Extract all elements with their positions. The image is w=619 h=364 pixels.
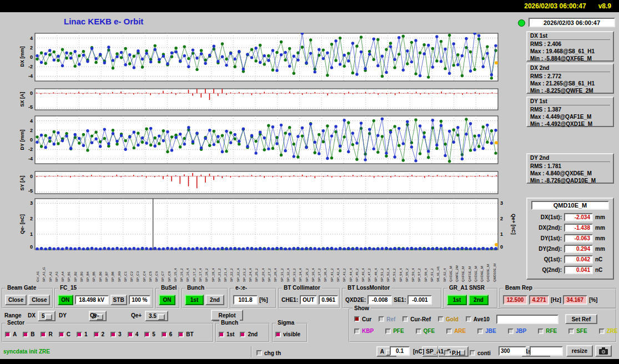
svg-text:2: 2 [500, 216, 503, 221]
qxd2e-value-display: -0.008 [368, 295, 392, 305]
checkbox-jbe[interactable]: JBE [477, 328, 496, 334]
monitor-row-label: DX(1st): [531, 214, 562, 220]
checkbox-conti[interactable]: conti [470, 350, 491, 356]
checkbox-cur[interactable]: Cur [354, 316, 371, 322]
checkbox-2[interactable]: 2 [94, 331, 105, 337]
checkbox-ave10[interactable]: Ave10 [466, 316, 490, 322]
fc15-on-button[interactable]: ON [58, 295, 73, 305]
x-axis-label: SP_57_2 [416, 250, 422, 282]
checkbox-label: 2 [102, 331, 105, 337]
svg-text:4: 4 [30, 36, 33, 41]
monitor-row-value: -1.438 [564, 224, 593, 232]
screenshot-button[interactable] [595, 345, 612, 357]
checkbox-4[interactable]: 4 [128, 331, 139, 337]
busel-on-button[interactable]: ON [159, 295, 175, 305]
checkbox-6[interactable]: 6 [162, 331, 173, 337]
checkbox-ref[interactable]: Ref [379, 316, 395, 322]
monitor-rows: DX(1st):-2.034mmDX(2nd):-1.438mmDY(1st):… [527, 213, 613, 274]
checkbox-indicator [354, 316, 360, 322]
x-axis-label: SP_21_2 [217, 250, 223, 282]
svg-text:4: 4 [30, 118, 33, 124]
status-message: syncdata init ZRE [3, 348, 50, 355]
range-label: Range [4, 312, 22, 318]
x-axis-label: SP_A3 [54, 250, 60, 282]
x-axis-label: SP_16_2 [179, 250, 185, 282]
show-options-row1: CurRefCur-RefGoldAve10 [354, 316, 490, 322]
checkbox-zre[interactable]: ZRE [599, 328, 618, 334]
x-axis-label: SP_A1_G [41, 250, 47, 282]
x-axis-label: SP_25_2 [254, 250, 260, 282]
checkbox-2nd[interactable]: 2nd [240, 331, 258, 337]
gr-snsr-2nd-button[interactable]: 2nd [469, 295, 489, 305]
set-ref-button[interactable]: Set Ref [565, 314, 597, 324]
monitor-row-label: DY(1st): [531, 235, 562, 241]
monitor-row: DY(2nd):0.294mm [531, 245, 610, 253]
charge-plot: 00112233 [18, 198, 517, 252]
checkbox-1[interactable]: 1 [77, 331, 88, 337]
checkbox-c[interactable]: C [59, 331, 71, 337]
x-axis-label: SP_52_4 [385, 250, 391, 282]
beam-gate-close-button-2[interactable]: Close [28, 295, 50, 305]
checkbox-r[interactable]: R [41, 331, 52, 337]
checkbox-visible[interactable]: visible [275, 331, 300, 337]
application-window: 2026/02/03 06:00:47 v8.9 Linac KEKB e- O… [0, 0, 619, 364]
bunch-1st-button[interactable]: 1st [185, 295, 204, 305]
count-input[interactable] [499, 346, 526, 356]
checkbox-b[interactable]: B [23, 331, 34, 337]
x-axis-label: QXD1E_M [473, 250, 479, 282]
checkbox-cur-ref[interactable]: Cur-Ref [402, 316, 431, 322]
monitor-row-unit: mm [595, 235, 605, 241]
checkbox-are[interactable]: ARE [446, 328, 466, 334]
checkbox-kbp[interactable]: KBP [354, 328, 374, 334]
monitor-row-value: 0.041 [564, 266, 593, 274]
x-axis-label: SP_17_4 [198, 250, 204, 282]
checkbox-jbp[interactable]: JBP [508, 328, 526, 334]
replot-button[interactable]: Replot [211, 310, 243, 321]
checkbox-chg-th[interactable]: chg th [256, 350, 281, 356]
checkbox-5[interactable]: 5 [144, 331, 155, 337]
beam-gate-close-button-1[interactable]: Close [5, 295, 27, 305]
checkbox-rfe[interactable]: RFE [538, 328, 557, 334]
svg-text:1: 1 [30, 231, 33, 237]
fc15-stb-button[interactable]: STB [110, 295, 127, 305]
checkbox-bt[interactable]: BT [178, 331, 193, 337]
bunch-2nd-button[interactable]: 2nd [205, 295, 224, 305]
stat-line: Max : 21.265@S8_61_H1 [530, 80, 610, 87]
checkbox-a[interactable]: A [5, 331, 17, 337]
checkbox-indicator [402, 316, 408, 322]
checkbox-label: Ave10 [474, 316, 490, 322]
extra-input[interactable] [530, 346, 563, 356]
checkbox-p-h[interactable]: P.H [444, 350, 460, 356]
checkbox-label: JBP [516, 328, 526, 334]
ph-checkbox-slot: P.H [444, 348, 460, 358]
checkbox-gold[interactable]: Gold [438, 316, 459, 322]
beam-gate-group-title: Beam Gate [6, 285, 38, 291]
reference-name-input[interactable] [496, 315, 558, 324]
camera-icon [599, 347, 608, 355]
x-axis-label: SP_62_4 [442, 250, 448, 282]
checkbox-sfe[interactable]: SFE [568, 328, 587, 334]
stat-line: RMS : 1.387 [530, 106, 610, 113]
range-dy-label: DY [59, 312, 67, 318]
gr-snsr-1st-button[interactable]: 1st [447, 295, 467, 305]
checkbox-qfe[interactable]: QFE [416, 328, 435, 334]
checkbox-1st[interactable]: 1st [219, 331, 234, 337]
stat-title: DY 1st [530, 98, 610, 105]
x-axis-label: SP_53_2 [391, 250, 397, 282]
bunch-select-group: Bunch 1st2nd [215, 323, 270, 342]
checkbox-3[interactable]: 3 [110, 331, 122, 337]
range-qe-minus-dropdown[interactable]: 3.5 [145, 311, 168, 321]
range-dx-dropdown[interactable]: 5 [38, 311, 56, 321]
checkbox-label: RFE [546, 328, 557, 334]
monitor-row-label: DY(2nd): [531, 246, 562, 252]
threshold-input[interactable] [390, 346, 410, 356]
x-axis-label: SP_48_4 [373, 250, 379, 282]
resize-button[interactable]: resize [566, 345, 593, 357]
title-bar: 2026/02/03 06:00:47 v8.9 [0, 0, 619, 12]
monitor-title: QMD10E_M [531, 201, 609, 210]
x-axis-label: SP_C1 [123, 250, 129, 282]
x-axis-label: SP_24_4 [248, 250, 254, 282]
beam-rep-rate-display: 12.500 [503, 295, 527, 305]
checkbox-indicator [23, 332, 28, 337]
checkbox-pfe[interactable]: PFE [385, 328, 404, 334]
